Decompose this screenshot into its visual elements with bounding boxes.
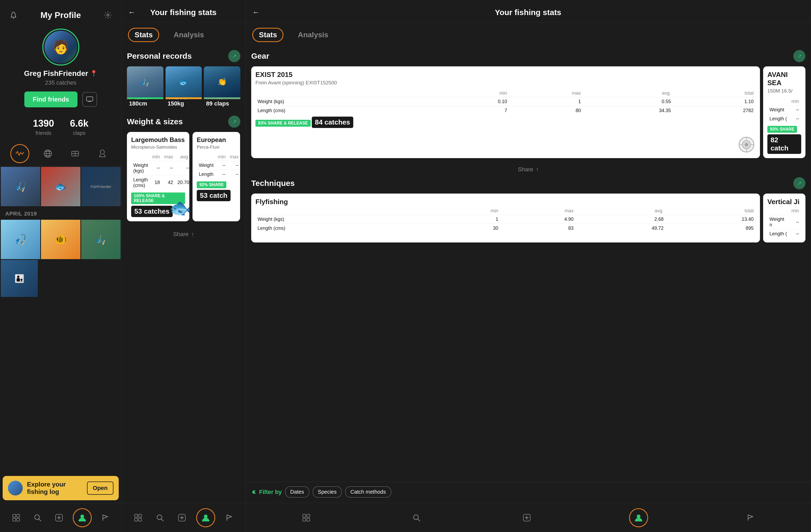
settings-button[interactable] <box>102 10 113 21</box>
profile-avatar-area: 🧑 Greg FishFriender 📍 235 catches Find f… <box>0 26 121 113</box>
photo-cell[interactable]: 👨‍👦 <box>1 260 38 297</box>
stats-tab-stats-1[interactable]: Stats <box>128 28 159 42</box>
weight-sizes-header: Weight & sizes ↗ <box>127 116 240 128</box>
tackle-nav-button[interactable] <box>66 144 84 163</box>
photo-grid-top: 🎣 🐟 FishFriender <box>0 166 121 207</box>
activity-nav-button[interactable] <box>10 144 29 163</box>
photo-cell[interactable]: 🐟 <box>41 167 80 206</box>
share-label-1: Share <box>173 231 189 238</box>
nav-search-button[interactable] <box>30 510 45 526</box>
bottom-nav-panel1 <box>0 503 121 532</box>
back-button-1[interactable]: ← <box>128 8 135 17</box>
svg-point-21 <box>80 515 84 518</box>
vertical-jigging-card: Vertical Ji min Weight n -- <box>763 194 806 242</box>
species-latin-1: Micropterus-Salmoides <box>131 145 185 150</box>
message-button[interactable] <box>82 92 97 107</box>
bottom-nav-panel2 <box>122 503 246 532</box>
svg-point-31 <box>204 515 208 518</box>
nav-profile-button-2[interactable] <box>196 508 215 527</box>
largemouth-stats-table: min max avg. total Weight (kgs) -- -- -- <box>131 153 189 190</box>
nav-grid-button-3[interactable] <box>298 510 314 526</box>
profile-name: Greg FishFriender 📍 <box>24 69 97 78</box>
svg-point-34 <box>745 143 748 146</box>
stats-tab-analysis-1[interactable]: Analysis <box>167 28 210 42</box>
gear-title: Gear <box>251 51 269 61</box>
stats-tab-analysis-2[interactable]: Analysis <box>291 28 335 42</box>
open-button[interactable]: Open <box>87 482 113 495</box>
photo-grid-bottom: 🎣 🐠 🎣 👨‍👦 <box>0 219 121 298</box>
gear-name-1: EXIST 2015 <box>256 71 756 79</box>
techniques-title: Techniques <box>251 179 294 188</box>
nav-flag-button-2[interactable] <box>221 510 237 526</box>
weight-sizes-title: Weight & sizes <box>127 117 183 126</box>
nav-profile-button-3[interactable] <box>629 508 648 527</box>
nav-search-button-2[interactable] <box>152 510 168 526</box>
svg-point-26 <box>157 515 162 520</box>
photo-cell[interactable]: FishFriender <box>81 167 121 206</box>
stats-tab-stats-2[interactable]: Stats <box>252 28 284 42</box>
avatar-ring: 🧑 <box>42 29 79 65</box>
avani-release-badge: 93% SHARE <box>767 126 797 133</box>
avatar: 🧑 <box>44 31 77 63</box>
share-row-1[interactable]: Share ↑ <box>127 227 240 242</box>
svg-point-11 <box>100 150 105 154</box>
catches-count-1: 53 catches <box>131 206 173 217</box>
photo-cell[interactable]: 🎣 <box>1 167 40 206</box>
nav-add-button-2[interactable] <box>174 510 190 526</box>
techniques-section-header: Techniques ↗ <box>251 177 806 189</box>
nav-add-button[interactable] <box>51 510 67 526</box>
technique-name-1: Flyfishing <box>256 198 756 206</box>
reel-illustration <box>737 135 756 154</box>
nav-grid-button-2[interactable] <box>130 510 146 526</box>
back-button-2[interactable]: ← <box>252 8 260 17</box>
personal-records-header: Personal records ↗ <box>127 50 240 62</box>
photo-cell[interactable]: 🐠 <box>41 220 80 259</box>
svg-rect-13 <box>17 514 19 517</box>
avani-gear-card: AVANI SEA 150M 16.5/ min Weight -- <box>763 66 806 158</box>
stats-header-1: ← Your fishing stats <box>122 0 246 22</box>
nav-profile-button[interactable] <box>73 508 92 527</box>
share-icon-1: ↑ <box>191 231 194 238</box>
length-record-card: 🎣 📏 LENGTH 180cm <box>127 66 164 109</box>
globe-nav-button[interactable] <box>39 144 57 163</box>
explore-banner: Explore your fishing log Open <box>3 476 119 500</box>
share-gear-label: Share <box>518 166 533 173</box>
length-row: Length (cms) 18 42 20.70 1097 <box>131 175 189 190</box>
nav-add-button-3[interactable] <box>519 510 535 526</box>
gear-model-1: Frein Avant (spinning) EXIST152500 <box>256 80 756 86</box>
technique-name-2: Vertical Ji <box>767 198 801 206</box>
stats-title-2: Your fishing stats <box>265 8 791 17</box>
filter-bar-2: Filter by Dates Species Catch methods <box>246 482 811 503</box>
catch-methods-filter-chip-2[interactable]: Catch methods <box>345 486 391 498</box>
gear-cards-row: EXIST 2015 Frein Avant (spinning) EXIST1… <box>251 66 806 162</box>
explore-text: Explore your fishing log <box>27 481 83 496</box>
nav-flag-button[interactable] <box>97 510 113 526</box>
nav-grid-button[interactable] <box>8 510 24 526</box>
svg-line-17 <box>39 519 41 521</box>
svg-rect-2 <box>87 97 93 101</box>
svg-rect-15 <box>17 518 19 521</box>
photo-cell[interactable]: 🎣 <box>81 220 121 259</box>
gear-share-row[interactable]: Share ↑ <box>251 162 806 177</box>
species-cards: Largemouth Bass Micropterus-Salmoides mi… <box>127 132 240 221</box>
svg-point-1 <box>107 14 109 16</box>
species-filter-chip-2[interactable]: Species <box>312 486 342 498</box>
svg-point-0 <box>13 18 14 19</box>
notification-button[interactable] <box>8 10 19 21</box>
svg-rect-41 <box>303 518 306 521</box>
nav-flag-button-3[interactable] <box>743 510 759 526</box>
vertical-stats-table: min Weight n -- Length ( -- <box>767 207 801 238</box>
nav-search-button-3[interactable] <box>409 510 424 526</box>
stats-panel-2: ← Your fishing stats Stats Analysis Gear… <box>246 0 811 532</box>
dates-filter-chip-2[interactable]: Dates <box>285 486 309 498</box>
profile-nav <box>0 141 121 166</box>
svg-rect-12 <box>13 514 16 517</box>
svg-line-44 <box>418 519 420 521</box>
photo-cell[interactable]: 🎣 <box>1 220 40 259</box>
exist-release-badge: 93% SHARE & RELEASE <box>256 120 311 127</box>
stats-tabs-1: Stats Analysis <box>122 22 246 45</box>
gear-model-2: 150M 16.5/ <box>767 88 801 94</box>
explore-avatar <box>8 481 23 496</box>
badge-nav-button[interactable] <box>94 144 111 163</box>
find-friends-button[interactable]: Find friends <box>24 91 77 107</box>
